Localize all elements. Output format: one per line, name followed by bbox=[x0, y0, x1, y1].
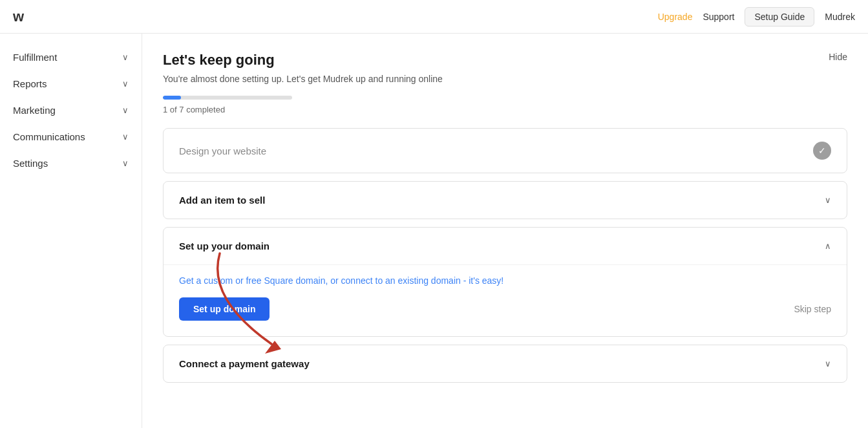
sidebar-item-marketing[interactable]: Marketing bbox=[0, 97, 142, 123]
chevron-down-icon bbox=[122, 105, 129, 115]
upgrade-link[interactable]: Upgrade bbox=[658, 12, 693, 22]
chevron-down-icon bbox=[825, 359, 831, 369]
progress-track bbox=[163, 96, 292, 100]
sidebar: Fulfillment Reports Marketing Communicat… bbox=[0, 34, 142, 428]
card-design-header[interactable]: Design your website ✓ bbox=[164, 129, 847, 173]
sidebar-label-reports: Reports bbox=[13, 78, 47, 89]
page-title: Let's keep going bbox=[163, 52, 847, 69]
chevron-down-icon bbox=[122, 132, 129, 142]
hide-button[interactable]: Hide bbox=[829, 52, 847, 62]
sidebar-label-fulfillment: Fulfillment bbox=[13, 52, 57, 63]
card-design: Design your website ✓ bbox=[163, 128, 847, 173]
progress-label: 1 of 7 completed bbox=[163, 105, 225, 114]
cards-container: Design your website ✓ Add an item to sel… bbox=[163, 128, 847, 391]
nav-left: w bbox=[13, 8, 24, 25]
skip-step-link[interactable]: Skip step bbox=[794, 304, 831, 314]
card-design-title: Design your website bbox=[179, 145, 266, 156]
set-up-domain-button[interactable]: Set up domain bbox=[179, 297, 270, 321]
top-nav: w Upgrade Support Setup Guide Mudrek bbox=[0, 0, 868, 34]
sidebar-label-communications: Communications bbox=[13, 131, 85, 142]
sidebar-item-fulfillment[interactable]: Fulfillment bbox=[0, 44, 142, 70]
setup-guide-button[interactable]: Setup Guide bbox=[745, 7, 814, 27]
chevron-down-icon bbox=[122, 79, 129, 89]
user-menu[interactable]: Mudrek bbox=[825, 12, 855, 22]
app-body: Fulfillment Reports Marketing Communicat… bbox=[0, 34, 868, 428]
logo[interactable]: w bbox=[13, 8, 24, 25]
card-payment-title: Connect a payment gateway bbox=[179, 358, 310, 369]
support-link[interactable]: Support bbox=[703, 12, 734, 22]
check-icon: ✓ bbox=[813, 142, 831, 160]
card-add-item-header[interactable]: Add an item to sell bbox=[164, 182, 847, 219]
main-content: Hide Let's keep going You're almost done… bbox=[142, 34, 868, 428]
sidebar-label-marketing: Marketing bbox=[13, 105, 56, 116]
sidebar-item-reports[interactable]: Reports bbox=[0, 70, 142, 97]
card-domain-body: Get a custom or free Square domain, or c… bbox=[164, 264, 847, 336]
card-domain-description: Get a custom or free Square domain, or c… bbox=[179, 275, 831, 286]
progress-fill bbox=[163, 96, 181, 100]
card-domain-title: Set up your domain bbox=[179, 241, 270, 251]
chevron-down-icon bbox=[825, 195, 831, 205]
sidebar-item-communications[interactable]: Communications bbox=[0, 123, 142, 150]
card-add-item-title: Add an item to sell bbox=[179, 195, 265, 206]
card-add-item: Add an item to sell bbox=[163, 181, 847, 219]
card-domain-actions: Set up domain Skip step bbox=[179, 297, 831, 321]
sidebar-item-settings[interactable]: Settings bbox=[0, 150, 142, 177]
nav-right: Upgrade Support Setup Guide Mudrek bbox=[658, 7, 855, 27]
progress-container: 1 of 7 completed bbox=[163, 96, 847, 115]
page-subtitle: You're almost done setting up. Let's get… bbox=[163, 74, 847, 84]
card-payment: Connect a payment gateway bbox=[163, 345, 847, 383]
chevron-down-icon bbox=[122, 52, 129, 62]
chevron-up-icon bbox=[825, 241, 831, 251]
chevron-down-icon bbox=[122, 158, 129, 168]
card-payment-header[interactable]: Connect a payment gateway bbox=[164, 345, 847, 382]
card-domain-header[interactable]: Set up your domain bbox=[164, 228, 847, 264]
sidebar-label-settings: Settings bbox=[13, 158, 48, 169]
card-domain: Set up your domain Get a custom or free … bbox=[163, 227, 847, 337]
